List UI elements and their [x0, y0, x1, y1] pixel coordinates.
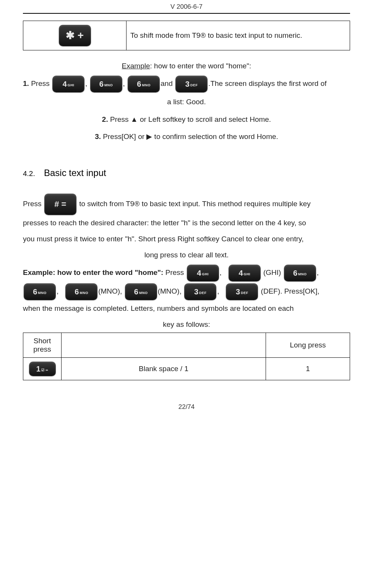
th-mid-blank [62, 333, 266, 357]
step3-text: Press[OK] or ▶ to confirm selection of t… [101, 132, 278, 141]
row1-long: 1 [266, 357, 350, 380]
ex2-key4-b: 4 [238, 269, 243, 277]
ex2-key4-a-sub: GHI [202, 272, 209, 276]
doc-version: V 2006-6-7 [23, 0, 350, 13]
para42-line2: presses to reach the desired character: … [23, 215, 350, 231]
key-4-sub: GHI [68, 83, 75, 87]
example1-label: Example [122, 62, 150, 70]
para42-rest-a: to switch from T9® to basic text input. … [79, 200, 311, 208]
header-rule [23, 13, 350, 14]
hash-equals-key-icon: # = [44, 194, 76, 215]
step1-a: Press [29, 79, 50, 87]
key-1-sub: ☑ ∞ [41, 368, 48, 372]
ex2-key4-b-sub: GHI [244, 272, 251, 276]
ex2-key3-b: 3 [236, 288, 240, 296]
example2-press: Press [163, 268, 184, 276]
ex2-key3-a: 3 [194, 288, 198, 296]
th-long-press: Long press [266, 333, 350, 357]
ex2-key4-a: 4 [197, 269, 201, 277]
ex2-key6-a: 6 [293, 269, 297, 277]
ex2-mno2: (MNO), [158, 287, 184, 295]
key-6-sub: MNO [104, 83, 113, 87]
example2-block: Example: how to enter the word "home": P… [23, 263, 350, 301]
shift-mode-table: ✱ + To shift mode from T9® to basic text… [23, 21, 350, 50]
key-6-digit: 6 [99, 80, 104, 88]
step1-e: .The screen displays the first word of [208, 79, 326, 87]
example1-step1: 1. Press 4GHI , 6MNO , 6MNO and 3DEF .Th… [23, 76, 350, 92]
key-1-icon: 1☑ ∞ [29, 362, 56, 376]
step1-num: 1. [23, 79, 29, 87]
section-4-2-heading: 4.2. Basic text input [23, 168, 350, 178]
ex2-tail1: when the message is completed. Letters, … [23, 300, 350, 317]
ex2-key6-c-sub: MNO [79, 291, 88, 295]
ex2-key6-b: 6 [33, 288, 37, 296]
ex2-def: (DEF). Press[OK], [259, 287, 319, 295]
section-title: Basic text input [44, 168, 106, 178]
ex2-tail2: key as follows: [23, 317, 350, 333]
key-6-mno-icon-2: 6MNO [128, 76, 160, 92]
example1-step3: 3. Press[OK] or ▶ to confirm selection o… [23, 129, 350, 145]
ex2-key-6-b-icon: 6MNO [24, 283, 56, 300]
ex2-mno1: (MNO), [98, 287, 124, 295]
step1-d: and [161, 79, 175, 87]
ex2-key-3-b-icon: 3DEF [226, 283, 258, 300]
key-4-digit: 4 [63, 80, 67, 88]
row1-key-cell: 1☑ ∞ [23, 357, 62, 380]
ex2-key-4-a-icon: 4GHI [187, 265, 219, 281]
example1-after: : how to enter the word "home": [150, 62, 251, 70]
step1-b: , [85, 79, 87, 87]
ex2-key6-d: 6 [134, 288, 138, 296]
key-6-mno-icon: 6MNO [90, 76, 122, 92]
ex2-ghi: (GHI) [261, 268, 283, 276]
star-key-desc: To shift mode from T9® to basic text inp… [126, 21, 350, 50]
ex2-key6-b-sub: MNO [38, 291, 47, 295]
ex2-key-6-d-icon: 6MNO [125, 283, 157, 300]
para42-line3: you must press it twice to enter "h". Sh… [23, 231, 350, 247]
key-3-sub: DEF [190, 83, 198, 87]
key-1-digit: 1 [36, 365, 41, 373]
example1-block: Example: how to enter the word "home": 1… [23, 58, 350, 145]
section-num: 4.2. [23, 170, 35, 178]
key-3-def-icon: 3DEF [175, 76, 208, 92]
ex2-key6-a-sub: MNO [298, 272, 307, 276]
section-4-2-para: Press # = to switch from T9® to basic te… [23, 194, 350, 215]
key-4-ghi-icon: 4GHI [52, 76, 84, 92]
key-6-digit-2: 6 [137, 80, 141, 88]
step1-line2: a list: Good. [23, 94, 350, 110]
example1-step2: 2. Press ▲ or Left softkey to scroll and… [23, 111, 350, 128]
step1-c: , [123, 79, 125, 87]
row1-mid: Blank space / 1 [62, 357, 266, 380]
example2-label: Example: how to enter the word "home": [23, 268, 163, 276]
ex2-key6-c: 6 [75, 288, 79, 296]
key-press-table: Short press Long press 1☑ ∞ Blank space … [23, 333, 350, 380]
step2-num: 2. [102, 115, 108, 123]
ex2-key-3-a-icon: 3DEF [184, 283, 216, 300]
step2-text: Press ▲ or Left softkey to scroll and se… [108, 115, 271, 123]
th-short-press: Short press [23, 333, 62, 357]
key-6-sub-2: MNO [142, 83, 151, 87]
ex2-key3-b-sub: DEF [241, 291, 248, 295]
star-key-cell: ✱ + [23, 21, 126, 50]
step3-num: 3. [95, 132, 101, 141]
page-number: 22/74 [23, 403, 350, 418]
ex2-key-4-b-icon: 4GHI [229, 265, 261, 281]
ex2-key-6-c-icon: 6MNO [65, 283, 97, 300]
ex2-key3-a-sub: DEF [199, 291, 207, 295]
press-label: Press [23, 200, 42, 208]
key-3-digit: 3 [185, 80, 190, 88]
para42-line4: long press to clear all text. [23, 247, 350, 263]
ex2-key6-d-sub: MNO [139, 291, 148, 295]
star-plus-key-icon: ✱ + [59, 25, 91, 46]
ex2-key-6-a-icon: 6MNO [284, 265, 316, 281]
